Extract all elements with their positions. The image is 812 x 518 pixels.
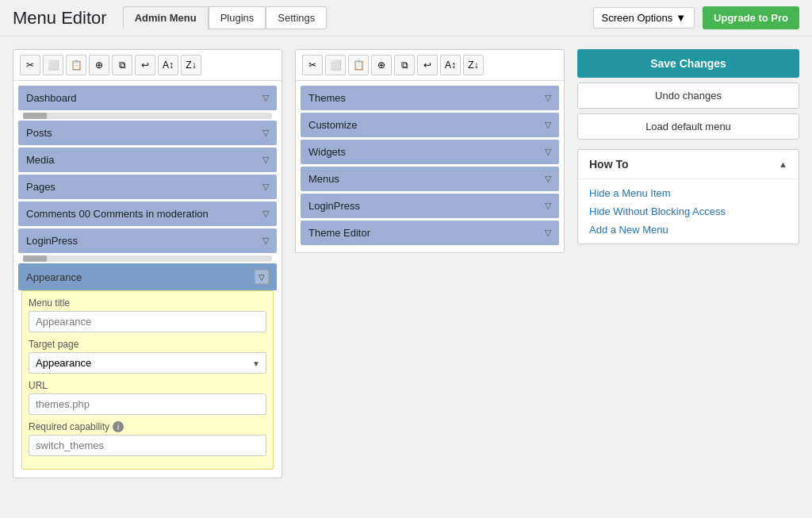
tool-duplicate-r[interactable]: ⧉ <box>394 55 415 75</box>
field-label-menu-title: Menu title <box>29 297 266 309</box>
tool-cut-r[interactable]: ✂ <box>302 55 323 75</box>
top-bar: Menu Editor Admin Menu Plugins Settings … <box>0 0 812 36</box>
chevron-icon: ▽ <box>545 228 551 238</box>
tool-sort-az-r[interactable]: A↕ <box>440 55 461 75</box>
menu-item-dashboard[interactable]: Dashboard ▽ <box>18 86 277 110</box>
menu-item-label: Widgets <box>308 146 346 158</box>
menu-item-label: Dashboard <box>26 92 77 104</box>
menu-item-posts[interactable]: Posts ▽ <box>18 121 277 145</box>
chevron-icon: ▽ <box>545 93 551 103</box>
menu-item-label: Theme Editor <box>308 227 370 239</box>
tool-sort-za[interactable]: Z↓ <box>181 55 201 75</box>
save-changes-button[interactable]: Save Changes <box>577 49 799 78</box>
tool-cut[interactable]: ✂ <box>20 55 40 75</box>
action-buttons: Save Changes Undo changes Load default m… <box>577 49 799 140</box>
chevron-icon: ▽ <box>545 174 551 184</box>
right-menu-panel: ✂ ⬜ 📋 ⊕ ⧉ ↩ A↕ Z↓ Themes ▽ Customize ▽ W… <box>295 49 565 253</box>
right-menu-items: Themes ▽ Customize ▽ Widgets ▽ Menus ▽ L… <box>296 81 564 252</box>
chevron-icon: ▽ <box>545 120 551 130</box>
left-toolbar: ✂ ⬜ 📋 ⊕ ⧉ ↩ A↕ Z↓ <box>13 50 282 81</box>
menu-title-input[interactable] <box>29 311 266 332</box>
chevron-icon: ▽ <box>262 182 269 192</box>
scroll-indicator-1 <box>23 113 272 119</box>
menu-item-customize[interactable]: Customize ▽ <box>301 113 559 137</box>
left-menu-items: Dashboard ▽ Posts ▽ Media ▽ Pages ▽ Comm… <box>13 81 282 478</box>
collapse-icon: ▽ <box>255 270 269 284</box>
tool-add[interactable]: ⊕ <box>89 55 109 75</box>
load-default-menu-button[interactable]: Load default menu <box>577 113 799 140</box>
how-to-title: How To <box>589 158 629 171</box>
how-to-header[interactable]: How To ▲ <box>578 150 799 179</box>
tool-paste-r[interactable]: 📋 <box>348 55 369 75</box>
left-menu-panel: ✂ ⬜ 📋 ⊕ ⧉ ↩ A↕ Z↓ Dashboard ▽ Posts ▽ Me… <box>13 49 282 478</box>
menu-item-themes[interactable]: Themes ▽ <box>301 86 559 110</box>
field-required-capability: Required capability i <box>29 421 266 456</box>
info-icon[interactable]: i <box>113 421 124 432</box>
url-input[interactable] <box>29 393 266 415</box>
menu-item-menus[interactable]: Menus ▽ <box>301 167 559 191</box>
tool-sort-az[interactable]: A↕ <box>158 55 178 75</box>
chevron-icon: ▽ <box>545 147 551 157</box>
required-capability-input[interactable] <box>29 435 266 456</box>
tool-copy-r[interactable]: ⬜ <box>325 55 346 75</box>
chevron-icon: ▽ <box>262 209 269 219</box>
expanded-item-label: Appearance <box>26 271 82 283</box>
screen-options-button[interactable]: Screen Options ▼ <box>593 7 695 29</box>
menu-item-widgets[interactable]: Widgets ▽ <box>301 140 559 164</box>
tab-admin-menu[interactable]: Admin Menu <box>123 6 209 29</box>
menu-item-pages[interactable]: Pages ▽ <box>18 175 277 199</box>
how-to-links: Hide a Menu Item Hide Without Blocking A… <box>578 179 799 244</box>
how-to-link-hide-without-blocking[interactable]: Hide Without Blocking Access <box>589 205 787 217</box>
menu-item-label: Pages <box>26 181 56 193</box>
page-title: Menu Editor <box>13 8 107 29</box>
tool-sort-za-r[interactable]: Z↓ <box>463 55 484 75</box>
field-label-required-capability: Required capability i <box>29 421 266 432</box>
menu-item-label: Menus <box>308 173 339 185</box>
undo-changes-button[interactable]: Undo changes <box>577 82 799 109</box>
chevron-icon: ▽ <box>545 201 551 211</box>
chevron-icon: ▽ <box>262 236 269 246</box>
how-to-box: How To ▲ Hide a Menu Item Hide Without B… <box>577 149 799 244</box>
field-menu-title: Menu title <box>29 297 266 332</box>
target-page-select-wrapper: Appearance Themes Customize Widgets Menu… <box>29 352 266 374</box>
chevron-icon: ▽ <box>262 93 269 103</box>
chevron-icon: ▽ <box>262 155 269 165</box>
menu-item-label: Media <box>26 154 54 166</box>
how-to-link-add-new-menu[interactable]: Add a New Menu <box>589 224 787 236</box>
expanded-item-form: Menu title Target page Appearance Themes… <box>21 290 274 470</box>
menu-item-label: LoginPress <box>26 235 78 247</box>
field-label-target-page: Target page <box>29 339 266 350</box>
menu-item-label: Customize <box>308 119 357 131</box>
upgrade-button[interactable]: Upgrade to Pro <box>703 6 799 29</box>
tab-settings[interactable]: Settings <box>266 6 327 29</box>
tool-duplicate[interactable]: ⧉ <box>112 55 132 75</box>
chevron-down-icon: ▼ <box>676 12 686 24</box>
target-page-select[interactable]: Appearance Themes Customize Widgets Menu… <box>29 352 266 374</box>
right-sidebar: Save Changes Undo changes Load default m… <box>577 49 799 244</box>
tool-add-r[interactable]: ⊕ <box>371 55 392 75</box>
screen-options-label: Screen Options <box>602 12 673 24</box>
tool-undo-r[interactable]: ↩ <box>417 55 438 75</box>
menu-item-label: Comments 00 Comments in moderation <box>26 208 209 220</box>
tab-plugins[interactable]: Plugins <box>209 6 266 29</box>
field-label-url: URL <box>29 380 266 391</box>
right-toolbar: ✂ ⬜ 📋 ⊕ ⧉ ↩ A↕ Z↓ <box>296 50 564 81</box>
expanded-appearance-header[interactable]: Appearance ▽ <box>18 263 277 290</box>
how-to-link-hide-menu-item[interactable]: Hide a Menu Item <box>589 187 787 199</box>
menu-item-comments[interactable]: Comments 00 Comments in moderation ▽ <box>18 201 277 226</box>
menu-item-theme-editor[interactable]: Theme Editor ▽ <box>301 221 559 245</box>
tool-paste[interactable]: 📋 <box>66 55 86 75</box>
chevron-icon: ▽ <box>262 128 269 138</box>
field-url: URL <box>29 380 266 415</box>
menu-item-label: Themes <box>308 92 346 104</box>
menu-item-label: LoginPress <box>308 200 360 212</box>
main-content: ✂ ⬜ 📋 ⊕ ⧉ ↩ A↕ Z↓ Dashboard ▽ Posts ▽ Me… <box>0 36 812 491</box>
tool-undo[interactable]: ↩ <box>135 55 155 75</box>
menu-item-media[interactable]: Media ▽ <box>18 148 277 172</box>
tool-copy[interactable]: ⬜ <box>43 55 63 75</box>
menu-item-loginpress[interactable]: LoginPress ▽ <box>18 228 277 253</box>
tabs: Admin Menu Plugins Settings <box>123 6 327 29</box>
chevron-up-icon: ▲ <box>779 159 787 169</box>
menu-item-label: Posts <box>26 127 52 139</box>
menu-item-loginpress-r[interactable]: LoginPress ▽ <box>301 194 559 218</box>
